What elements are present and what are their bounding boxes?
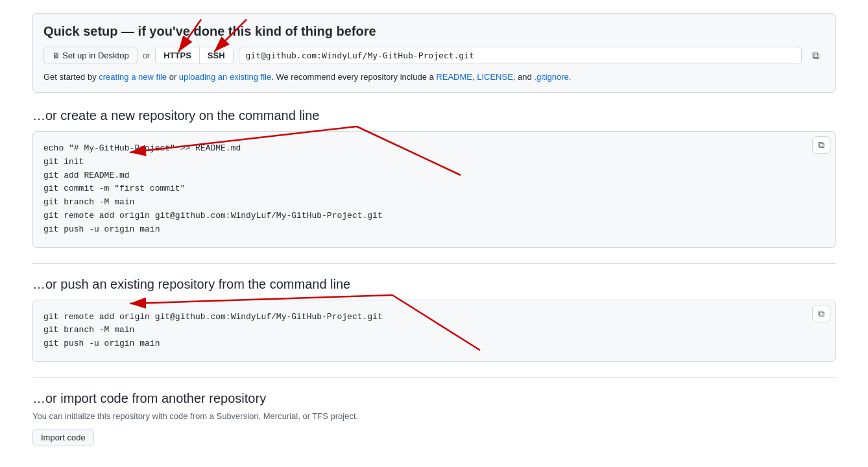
existing-repo-section: …or push an existing repository from the… — [32, 277, 836, 362]
https-button[interactable]: HTTPS — [156, 47, 200, 64]
existing-repo-title: …or push an existing repository from the… — [32, 277, 836, 292]
readme-link[interactable]: README — [436, 72, 472, 82]
code-line-1: echo "# My-GitHub-Project" >> README.md — [43, 142, 825, 156]
copy-new-repo-code-button[interactable]: ⧉ — [812, 136, 830, 154]
new-repo-code-block: echo "# My-GitHub-Project" >> README.md … — [32, 131, 836, 248]
divider-1 — [32, 263, 836, 264]
existing-repo-code-block: git remote add origin git@github.com:Win… — [32, 300, 836, 362]
new-file-link[interactable]: creating a new file — [99, 72, 167, 82]
desktop-icon: 🖥 — [52, 51, 60, 60]
protocol-group: HTTPS SSH — [155, 47, 233, 64]
import-section: …or import code from another repository … — [32, 391, 836, 446]
existing-code-line-3: git push -u origin main — [43, 337, 825, 351]
existing-repo-code-wrapper: git remote add origin git@github.com:Win… — [32, 300, 836, 362]
import-code-button[interactable]: Import code — [32, 429, 94, 446]
code-line-5: git branch -M main — [43, 196, 825, 210]
repo-url-field[interactable]: git@github.com:WindyLuf/My-GitHub-Projec… — [239, 47, 802, 64]
quick-setup-controls: 🖥 Set up in Desktop or HTTPS SSH git@git… — [43, 47, 825, 64]
existing-code-line-2: git branch -M main — [43, 324, 825, 337]
new-repo-code-wrapper: echo "# My-GitHub-Project" >> README.md … — [32, 131, 836, 248]
gitignore-link[interactable]: .gitignore — [534, 72, 568, 82]
code-line-3: git add README.md — [43, 169, 825, 183]
code-line-2: git init — [43, 156, 825, 169]
quick-setup-hint: Get started by creating a new file or up… — [43, 72, 825, 82]
ssh-button[interactable]: SSH — [200, 47, 233, 64]
divider-2 — [32, 377, 836, 378]
upload-file-link[interactable]: uploading an existing file — [179, 72, 271, 82]
quick-setup-section: Quick setup — if you've done this kind o… — [32, 13, 836, 93]
new-repo-title: …or create a new repository on the comma… — [32, 108, 836, 123]
license-link[interactable]: LICENSE — [477, 72, 513, 82]
code-line-4: git commit -m "first commit" — [43, 182, 825, 196]
new-repo-section: …or create a new repository on the comma… — [32, 108, 836, 248]
quick-setup-title: Quick setup — if you've done this kind o… — [43, 24, 825, 39]
existing-code-line-1: git remote add origin git@github.com:Win… — [43, 311, 825, 324]
code-line-6: git remote add origin git@github.com:Win… — [43, 210, 825, 223]
copy-code-icon: ⧉ — [818, 139, 825, 150]
import-title: …or import code from another repository — [32, 391, 836, 406]
copy-existing-repo-code-button[interactable]: ⧉ — [812, 305, 830, 322]
repo-url-text: git@github.com:WindyLuf/My-GitHub-Projec… — [246, 51, 474, 60]
or-text: or — [143, 51, 151, 60]
copy-existing-code-icon: ⧉ — [818, 308, 825, 318]
page-container: Quick setup — if you've done this kind o… — [0, 0, 868, 467]
copy-icon: ⧉ — [812, 50, 819, 61]
import-description: You can initialize this repository with … — [32, 411, 836, 421]
code-line-7: git push -u origin main — [43, 223, 825, 237]
setup-desktop-button[interactable]: 🖥 Set up in Desktop — [43, 47, 138, 64]
copy-url-button[interactable]: ⧉ — [807, 47, 825, 64]
